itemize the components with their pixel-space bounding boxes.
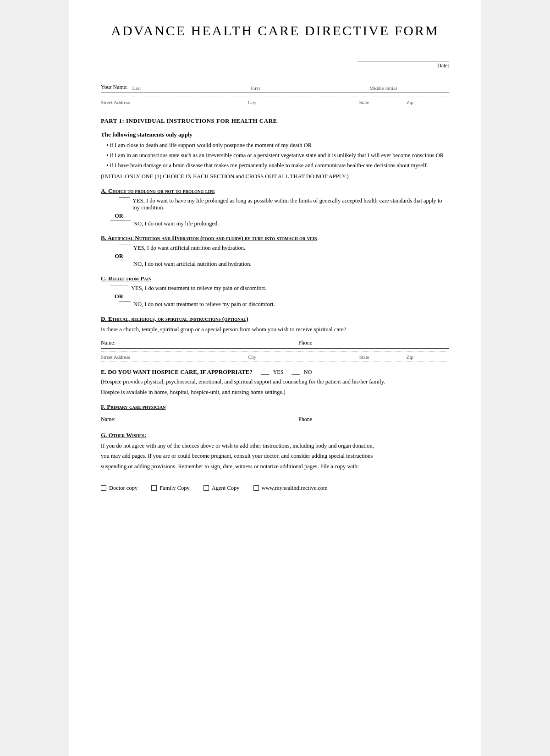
state-field: State [359, 99, 402, 105]
section-a-heading: A. Choice to prolong or not to prolong l… [101, 187, 449, 195]
hospice-text1: (Hospice provides physical, psychosocial… [101, 378, 449, 386]
section-d-text: Is there a church, temple, spiritual gro… [101, 325, 449, 334]
last-name-input[interactable] [132, 76, 246, 85]
section-a-yes-text: YES, I do want to have my life prolonged… [132, 197, 449, 211]
footer-family-copy[interactable]: Family Copy [151, 485, 190, 492]
section-g-text3: suspending or adding provisions. Remembe… [101, 462, 449, 471]
following-heading: The following statements only apply [101, 131, 449, 138]
contact-name-phone-row: Name: Phone [101, 340, 449, 349]
bullet1: • if I am close to death and life suppor… [101, 141, 449, 150]
section-c-yes-blank[interactable] [110, 285, 128, 285]
physician-phone-field: Phone [298, 416, 449, 423]
name-fields: Last First Middle initial [132, 76, 449, 91]
section-b-no-blank[interactable] [119, 261, 131, 261]
section-b-heading: B. Artificial Nutrition and Hydration (f… [101, 235, 449, 242]
section-c-yes-item: YES, I do want treatment to relieve my p… [110, 285, 449, 292]
section-e-heading-row: E. DO YOU WANT HOSPICE CARE, IF APPROPRI… [101, 368, 449, 376]
your-name-row: Your Name: Last First Middle initial [101, 76, 449, 93]
section-a-yes-container: YES, I do want to have my life prolonged… [101, 197, 449, 211]
contact-phone-field: Phone [298, 340, 449, 346]
contact-state-field: State [359, 354, 402, 360]
section-g-heading: G. Other Wishes: [101, 432, 449, 439]
section-a-no-blank[interactable] [110, 220, 131, 221]
family-copy-label: Family Copy [160, 485, 190, 492]
section-a-no-container: NO, I do not want my life prolonged. [101, 220, 449, 227]
hospice-no-blank[interactable]: ___ [292, 369, 300, 376]
physician-name-label: Name: [101, 416, 289, 423]
contact-address-row: Street Address City State Zip [101, 351, 449, 362]
section-a-no-item: NO, I do not want my life prolonged. [110, 220, 449, 227]
section-c-no-item: NO, I do not want treatment to relieve m… [119, 301, 449, 308]
section-c-no-container: NO, I do not want treatment to relieve m… [101, 301, 449, 308]
section-b-no-item: NO, I do not want artificial nutrition a… [119, 261, 449, 268]
middle-initial-section: Middle initial [369, 76, 449, 91]
section-a-yes-item: YES, I do want to have my life prolonged… [119, 197, 449, 211]
footer-agent-copy[interactable]: Agent Copy [204, 485, 240, 492]
contact-state-label: State [359, 354, 402, 360]
contact-zip-field: Zip [407, 354, 449, 360]
bullet3: • if I have brain damage or a brain dise… [101, 161, 449, 170]
your-name-label: Your Name: [101, 84, 127, 91]
physician-phone-label: Phone [298, 416, 449, 423]
section-a-yes-blank[interactable] [119, 197, 130, 198]
footer-row: Doctor copy Family Copy Agent Copy www.m… [101, 480, 449, 492]
section-b-no-text: NO, I do not want artificial nutrition a… [133, 261, 252, 268]
first-name-input[interactable] [251, 76, 365, 85]
section-d-heading: D. Ethical, religious, or spiritual inst… [101, 315, 449, 323]
contact-city-label: City [248, 354, 355, 360]
section-e-container: E. DO YOU WANT HOSPICE CARE, IF APPROPRI… [101, 368, 449, 397]
section-c-no-text: NO, I do not want treatment to relieve m… [133, 301, 275, 308]
zip-label: Zip [407, 99, 449, 105]
section-a-no-text: NO, I do not want my life prolonged. [133, 220, 219, 227]
section-e-no-label: NO [304, 369, 312, 376]
contact-street-label: Street Address [101, 354, 243, 360]
section-c-or: OR [115, 293, 449, 300]
footer-doctor-copy[interactable]: Doctor copy [101, 485, 138, 492]
page-title: Advance Health Care Directive Form [101, 23, 449, 38]
section-b-yes-item: YES, I do want artificial nutrition and … [119, 245, 449, 252]
street-address-field: Street Address [101, 99, 243, 105]
doctor-copy-checkbox[interactable] [101, 485, 106, 491]
section-c-no-blank[interactable] [119, 301, 131, 301]
last-label: Last [132, 85, 246, 91]
address-row: Street Address City State Zip [101, 97, 449, 107]
footer-website: www.myhealthdirective.com [253, 485, 328, 492]
section-b-or: OR [115, 253, 449, 260]
agent-copy-label: Agent Copy [212, 485, 240, 492]
section-e-heading: E. DO YOU WANT HOSPICE CARE, IF APPROPRI… [101, 368, 253, 376]
agent-copy-checkbox[interactable] [204, 485, 209, 491]
physician-name-phone-row: Name: Phone [101, 416, 449, 425]
physician-name-field: Name: [101, 416, 289, 423]
bullet2: • if I am in an unconscious state such a… [101, 151, 449, 160]
contact-name-label: Name: [101, 340, 289, 346]
section-b-yes-text: YES, I do want artificial nutrition and … [133, 245, 245, 252]
date-input-line[interactable] [358, 52, 449, 61]
section-c-yes-text: YES, I do want treatment to relieve my p… [131, 285, 266, 292]
middle-initial-input[interactable] [369, 76, 449, 85]
section-e-yes-label: YES [273, 369, 284, 376]
section-a-or: OR [115, 213, 449, 219]
contact-city-field: City [248, 354, 355, 360]
middle-initial-label: Middle initial [369, 85, 449, 91]
first-name-section: First [251, 76, 365, 91]
family-copy-checkbox[interactable] [151, 485, 157, 491]
date-row: Date: [101, 52, 449, 69]
section-f-heading: F. Primary care physician [101, 403, 449, 411]
last-name-section: Last [132, 76, 246, 91]
zip-field: Zip [407, 99, 449, 105]
section-b-yes-blank[interactable] [119, 245, 131, 245]
hospice-text2: Hospice is available in home, hospital, … [101, 388, 449, 397]
page-container: Advance Health Care Directive Form Date:… [69, 0, 481, 756]
part1-title: Part 1: INDIVIDUAL INSTRUCTIONS FOR HEAL… [101, 117, 449, 125]
contact-zip-label: Zip [407, 354, 449, 360]
section-g-text2: you may add pages. If you are or could b… [101, 452, 449, 460]
street-address-label: Street Address [101, 99, 243, 105]
section-c-yes-container: YES, I do want treatment to relieve my p… [101, 285, 449, 292]
section-b-yes-container: YES, I do want artificial nutrition and … [101, 245, 449, 252]
website-label: www.myhealthdirective.com [262, 485, 328, 492]
doctor-copy-label: Doctor copy [109, 485, 138, 492]
website-checkbox[interactable] [253, 485, 259, 491]
initial-note: (INITIAL ONLY ONE (1) CHOICE IN EACH SEC… [101, 173, 449, 180]
state-label: State [359, 99, 402, 105]
hospice-yes-blank[interactable]: ___ [261, 369, 270, 376]
